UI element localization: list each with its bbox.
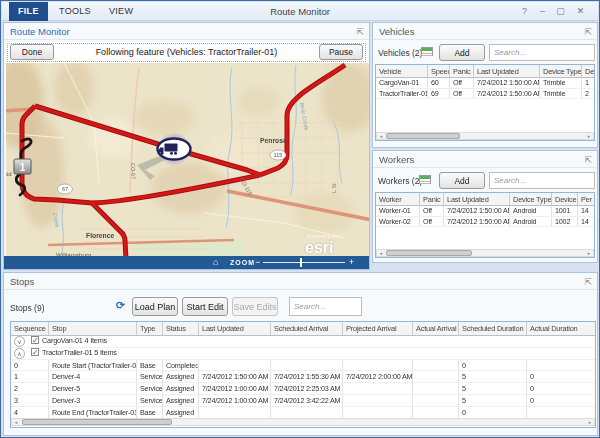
cell — [199, 360, 271, 371]
cell: Assigned — [163, 371, 199, 382]
stops-group-row[interactable]: ∨✓CargoVan-01 4 Items — [11, 336, 595, 348]
column-header-scheduled-arrival[interactable]: Scheduled Arrival — [271, 322, 343, 335]
zoom-out-button[interactable]: − — [255, 256, 260, 268]
column-header-scheduled-duration[interactable]: Scheduled Duration — [459, 322, 527, 335]
route-shield-67: 67 — [58, 184, 73, 194]
column-header-speed[interactable]: Speed — [428, 65, 450, 77]
column-header-actual-arrival[interactable]: Actual Arrival — [413, 322, 459, 335]
stops-table-row[interactable]: 3Denver-3ServiceAssigned7/24/2012 1:00:0… — [11, 395, 595, 407]
menu-file[interactable]: FILE — [9, 2, 48, 21]
column-header-device-id[interactable]: Device Id — [552, 193, 578, 205]
cell: 7/24/2012 2:00:00 AM — [343, 371, 413, 382]
column-header-type[interactable]: Type — [137, 322, 163, 335]
table-row[interactable]: Worker-02Off7/24/2012 1:50:00 AMAndroid1… — [376, 217, 594, 228]
road-label-lst: L St — [331, 183, 337, 193]
column-header-last-updated[interactable]: Last Updated — [199, 322, 271, 335]
stops-table-row[interactable]: 2Denver-5ServiceAssigned7/24/2012 1:00:0… — [11, 383, 595, 395]
done-button[interactable]: Done — [10, 44, 54, 60]
maximize-button[interactable]: ▢ — [553, 4, 568, 18]
cell: 5 — [459, 383, 527, 394]
add-vehicle-button[interactable]: Add — [439, 44, 485, 61]
start-edit-button[interactable]: Start Edit — [182, 297, 228, 316]
column-header-last-updated[interactable]: Last Updated — [474, 65, 540, 77]
stops-group-row[interactable]: ∧✓TractorTrailer-01 5 Items — [11, 348, 595, 360]
column-header-status[interactable]: Status — [163, 322, 199, 335]
cell: Completed — [163, 360, 199, 371]
cell: Off — [420, 206, 444, 216]
pin-icon[interactable]: ⇱ — [356, 24, 364, 41]
stops-hscrollbar[interactable]: ◂ ▸ — [11, 418, 595, 426]
cell: CargoVan-01 — [376, 78, 428, 88]
pin-icon[interactable]: ⇱ — [584, 274, 592, 291]
cell: 2 — [11, 383, 49, 394]
vehicles-search-input[interactable] — [489, 44, 595, 61]
map-viewport[interactable]: 1 67 115 CO-67 CO-115 L St Bear Creek Cr… — [6, 63, 369, 256]
cell: Off — [450, 78, 474, 88]
cell: Base — [137, 407, 163, 418]
column-header-panic[interactable]: Panic — [450, 65, 474, 77]
pin-icon[interactable]: ⇱ — [584, 152, 592, 169]
close-button[interactable]: ✕ — [573, 4, 588, 18]
stops-table-row[interactable]: 0Route Start (TractorTrailer-01)BaseComp… — [11, 360, 595, 372]
refresh-icon[interactable]: ⟳ — [116, 299, 125, 312]
cell — [413, 395, 459, 406]
cell: 1 — [582, 78, 595, 88]
column-header-device-id[interactable]: Device Id — [582, 65, 595, 77]
map-canvas: 1 67 115 CO-67 CO-115 L St Bear Creek Cr… — [6, 63, 369, 256]
zoom-slider-handle[interactable] — [300, 258, 302, 267]
zoom-in-button[interactable]: + — [349, 256, 354, 268]
column-header-stop[interactable]: Stop — [49, 322, 137, 335]
cell: Service — [137, 383, 163, 394]
column-header-device-type[interactable]: Device Type — [540, 65, 582, 77]
column-header-device-type[interactable]: Device Type — [510, 193, 552, 205]
vehicles-count: Vehicles (2) — [378, 48, 422, 58]
minimize-button[interactable]: – — [535, 4, 550, 18]
save-edits-button[interactable]: Save Edits — [232, 297, 278, 316]
workers-search-input[interactable] — [489, 172, 595, 189]
cell — [343, 407, 413, 418]
help-button[interactable]: ? — [517, 4, 532, 18]
column-header-last-updated[interactable]: Last Updated — [444, 193, 510, 205]
pin-icon[interactable]: ⇱ — [584, 24, 592, 41]
stops-search-input[interactable] — [289, 297, 362, 316]
table-row[interactable]: Worker-01Off7/24/2012 1:50:00 AMAndroid1… — [376, 206, 594, 217]
menu-view[interactable]: VIEW — [100, 2, 142, 21]
cell — [343, 383, 413, 394]
pause-button[interactable]: Pause — [319, 44, 363, 60]
column-header-panic[interactable]: Panic — [420, 193, 444, 205]
column-header-actual-duration[interactable]: Actual Duration — [527, 322, 596, 335]
stops-table-row[interactable]: 1Denver-4ServiceAssigned7/24/2012 1:50:0… — [11, 371, 595, 383]
collapse-chevron-icon[interactable]: ∧ — [14, 348, 25, 359]
group-label: TractorTrailer-01 5 Items — [42, 348, 117, 359]
route-monitor-panel-header: Route Monitor ⇱ — [4, 23, 369, 40]
group-visibility-checkbox[interactable]: ✓ — [31, 336, 39, 344]
cell: 69 — [428, 89, 450, 99]
column-header-vehicle[interactable]: Vehicle — [376, 65, 428, 77]
cell: Worker-02 — [376, 217, 420, 227]
cell: 7/24/2012 1:50:00 AM — [474, 89, 540, 99]
vehicle-marker-tractortrailer[interactable] — [157, 132, 191, 166]
add-worker-button[interactable]: Add — [439, 172, 485, 189]
table-row[interactable]: CargoVan-0160Off7/24/2012 1:50:00 AMTrim… — [376, 78, 594, 89]
cell: 14 — [578, 217, 595, 227]
workers-hscrollbar[interactable]: ◂ ▸ — [376, 249, 594, 257]
svg-text:115: 115 — [274, 152, 283, 158]
expand-chevron-icon[interactable]: ∨ — [14, 336, 25, 347]
home-icon[interactable]: ⌂ — [213, 256, 218, 269]
column-header-sequence[interactable]: Sequence — [11, 322, 49, 335]
stop-marker-1[interactable]: 1 — [14, 159, 31, 174]
zoom-slider-track[interactable] — [263, 262, 345, 263]
route-shield-115: 115 — [270, 150, 286, 160]
load-plan-button[interactable]: Load Plan — [132, 297, 178, 316]
table-row[interactable]: TractorTrailer-0169Off7/24/2012 1:50:00 … — [376, 89, 594, 100]
group-visibility-checkbox[interactable]: ✓ — [31, 348, 39, 356]
vehicles-hscrollbar[interactable]: ◂ ▸ — [376, 132, 594, 140]
column-header-per-h[interactable]: Per H — [578, 193, 595, 205]
stops-table-row[interactable]: 4Route End (TractorTrailer-01)BaseAssign… — [11, 407, 595, 419]
column-header-worker[interactable]: Worker — [376, 193, 420, 205]
menu-tools[interactable]: TOOLS — [50, 2, 100, 21]
cell: Android — [510, 217, 552, 227]
town-label-penrose: Penrose — [260, 137, 287, 144]
cell — [527, 407, 596, 418]
column-header-projected-arrival[interactable]: Projected Arrival — [343, 322, 413, 335]
